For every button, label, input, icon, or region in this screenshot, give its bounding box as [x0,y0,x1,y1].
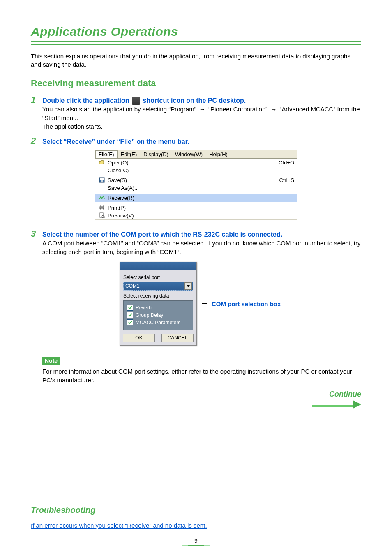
section-heading: Receiving measurement data [31,78,361,89]
checkbox-mcacc-params[interactable]: MCACC Parameters [127,319,190,325]
check-icon [127,312,133,318]
menu-display[interactable]: Display(D) [140,150,172,158]
menu-bar: File(F) Edit(E) Display(D) Window(W) Hel… [95,150,297,158]
menu-item-label: Close(C) [107,167,294,173]
menu-edit[interactable]: Edit(E) [118,150,141,158]
com-dialog: Select serial port COM1 Select receiving… [120,262,197,346]
open-icon [97,159,107,165]
menu-separator [95,193,297,193]
menu-item-label: Preview(V) [107,212,294,219]
svg-line-8 [104,217,105,218]
continue-label: Continue [329,390,361,399]
menu-help[interactable]: Help(H) [206,150,231,158]
troubleshoot-heading: Troubleshooting [31,506,361,515]
menu-item-shortcut: Ctrl+O [279,159,294,166]
step-2-title: Select “Receive” under “File” on the men… [42,137,189,146]
ok-button[interactable]: OK [123,334,155,342]
menu-item-label: Save As(A)... [107,185,294,191]
svg-rect-2 [101,180,103,182]
page-title: Applications Operations [31,25,361,39]
menu-item[interactable]: Preview(V) [95,212,297,219]
menu-separator [95,203,297,203]
menu-item[interactable]: Open(O)...Ctrl+O [95,159,297,166]
menu-item-label: Receive(R) [107,195,294,201]
step-1-title-after: shortcut icon on the PC desktop. [143,97,246,104]
step-1-body-seg1: You can also start the application by se… [42,106,198,113]
menu-item-label: Print(P) [107,205,294,211]
step-number-1: 1 [31,95,38,104]
app-shortcut-icon [132,97,140,105]
check-icon [127,319,133,325]
menu-window[interactable]: Window(W) [172,150,206,158]
svg-rect-4 [101,205,103,207]
step-1-body: You can also start the application by se… [42,105,361,131]
preview-icon [97,212,107,218]
intro-text: This section explains operations that yo… [31,52,361,69]
cancel-button[interactable]: CANCEL [161,334,194,342]
menu-item[interactable]: Save As(A)... [95,184,297,192]
checkbox-reverb[interactable]: Reverb [127,305,190,311]
step-3-body: A COM port between “COM1” and “COM8” can… [42,239,361,256]
continue-arrow-icon [353,400,361,409]
continue-indicator: Continue [31,390,361,407]
svg-marker-9 [187,285,190,287]
com-port-selected: COM1 [125,283,140,289]
print-icon [97,205,107,210]
com-label-data: Select receiving data [123,293,193,299]
menu-item[interactable]: Save(S)Ctrl+S [95,176,297,184]
step-number-3: 3 [31,229,38,238]
com-dialog-titlebar [120,262,196,270]
menu-item[interactable]: Print(P) [95,204,297,212]
step-3-title: Select the number of the COM port to whi… [42,230,282,239]
page-number-underline [182,545,210,546]
checkbox-reverb-label: Reverb [136,305,152,311]
com-label-port: Select serial port [123,275,193,280]
menu-screenshot: File(F) Edit(E) Display(D) Window(W) Hel… [95,150,297,219]
menu-item-label: Open(O)... [107,159,279,166]
svg-rect-6 [100,213,103,217]
step-number-2: 2 [31,136,38,145]
page-number: 9 [194,538,198,544]
menu-item[interactable]: Close(C) [95,166,297,174]
troubleshoot-rule [31,517,361,519]
checkbox-mcacc-params-label: MCACC Parameters [136,320,180,325]
menu-item-label: Save(S) [107,177,279,183]
save-icon [97,177,107,183]
arrow-icon: → [199,105,205,113]
step-1-title-before: Double click the application [42,97,131,104]
step-1-body-seg4: The application starts. [42,123,103,130]
check-icon [127,305,133,311]
menu-item[interactable]: Receive(R) [95,194,297,202]
com-callout-label: COM port selection box [212,300,281,307]
note-badge: Note [42,357,60,365]
checkbox-group-delay[interactable]: Group Delay [127,312,190,318]
dropdown-icon[interactable] [184,282,192,290]
svg-rect-5 [101,208,103,210]
com-checkbox-group: Reverb Group Delay MCACC Parameters [123,300,193,330]
title-rule [31,41,361,45]
note-text: For more information about COM port sett… [42,367,361,384]
callout-connector [202,303,207,304]
receive-icon [97,195,107,201]
menu-dropdown: Open(O)...Ctrl+OClose(C)Save(S)Ctrl+SSav… [95,158,297,219]
menu-file[interactable]: File(F) [95,150,118,158]
step-1-body-seg2: “Pioneer Corporation” [208,106,269,113]
svg-rect-1 [100,178,104,180]
step-1-title: Double click the application shortcut ic… [42,96,246,105]
menu-item-shortcut: Ctrl+S [279,177,294,183]
menu-separator [95,175,297,175]
troubleshoot-link[interactable]: If an error occurs when you select “Rece… [31,522,207,529]
checkbox-group-delay-label: Group Delay [136,312,163,318]
arrow-icon: → [270,105,277,113]
com-port-select[interactable]: COM1 [123,282,193,291]
